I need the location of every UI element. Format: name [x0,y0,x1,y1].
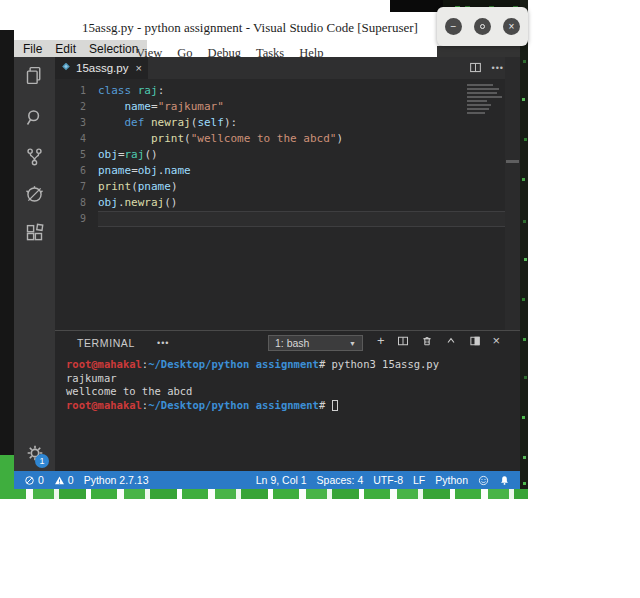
problems-warnings[interactable]: 0 [54,474,74,486]
window-chrome-fragment [437,46,520,57]
extensions-icon[interactable] [24,223,45,244]
code-line[interactable]: 3 def newraj(self): [69,115,513,131]
settings-badge: 1 [35,454,49,468]
eol-sequence[interactable]: LF [413,474,425,486]
line-number: 1 [69,83,86,99]
line-number: 3 [69,115,86,131]
python-interpreter[interactable]: Python 2.7.13 [84,474,149,486]
window-controls: − × [437,7,528,46]
problems-errors[interactable]: 0 [24,474,44,486]
activity-bar: 1 [14,57,55,471]
encoding[interactable]: UTF-8 [373,474,403,486]
menu-selection[interactable]: Selection [89,42,138,56]
terminal-line: root@mahakal:~/Desktop/python assignment… [66,399,511,413]
desktop-taskbar-fragment [0,489,528,499]
kill-terminal-icon[interactable] [421,335,433,347]
tab-label: 15assg.py [76,62,131,74]
window-title: 15assg.py - python assignment - Visual S… [70,20,430,36]
editor-area: 15assg.py × ••• 1class raj:2 name="rajku… [55,57,520,330]
menu-bar-left: File Edit Selection [14,40,147,57]
cursor-position[interactable]: Ln 9, Col 1 [256,474,307,486]
line-number: 2 [69,99,86,115]
more-actions-icon[interactable]: ••• [492,63,504,73]
status-right: Ln 9, Col 1 Spaces: 4 UTF-8 LF Python [256,474,510,486]
code-line[interactable]: 7print(pname) [69,179,513,195]
desktop-top-bar [390,0,443,12]
editor-tab-bar: 15assg.py × ••• [55,57,520,79]
code-line[interactable]: 1class raj: [69,83,513,99]
status-bar: 0 0 Python 2.7.13 Ln 9, Col 1 Spaces: 4 … [14,471,520,489]
terminal-header: TERMINAL ••• 1: bash ▼ + [55,331,520,355]
code-line[interactable]: 8obj.newraj() [69,195,513,211]
background-matrix-strip [520,0,528,497]
code-line[interactable]: 4 print("wellcome to the abcd") [69,131,513,147]
code-lines: 1class raj:2 name="rajkumar"3 def newraj… [69,83,513,227]
menu-view[interactable]: View [136,46,162,57]
tab-close-icon[interactable]: × [136,62,142,74]
chevron-down-icon: ▼ [349,340,356,347]
line-number: 9 [69,211,86,227]
line-number: 6 [69,163,86,179]
menu-tasks[interactable]: Tasks [256,46,284,57]
source-control-icon[interactable] [24,146,45,167]
editor-actions: ••• [469,61,504,74]
menu-file[interactable]: File [23,42,42,56]
code-line[interactable]: 2 name="rajkumar" [69,99,513,115]
search-icon[interactable] [24,107,45,128]
collapse-panel-icon[interactable] [445,335,457,347]
minimize-icon: − [451,22,457,32]
close-panel-icon[interactable]: × [493,335,501,347]
split-editor-icon[interactable] [469,61,482,74]
new-terminal-icon[interactable]: + [377,335,385,347]
menu-go[interactable]: Go [177,46,192,57]
screen: 15assg.py - python assignment - Visual S… [0,0,640,598]
terminal-line: rajkumar [66,372,511,386]
menu-bar-right: View Go Debug Tasks Help [136,46,436,57]
terminal-lines[interactable]: root@mahakal:~/Desktop/python assignment… [66,358,511,412]
terminal-cursor [332,400,338,411]
menu-help[interactable]: Help [299,46,323,57]
code-line[interactable]: 5obj=raj() [69,147,513,163]
scrollbar-thumb[interactable] [506,160,519,163]
terminal-actions: + × [377,335,500,347]
terminal-line: wellcome to the abcd [66,385,511,399]
menu-edit[interactable]: Edit [55,42,76,56]
line-number: 5 [69,147,86,163]
editor-scrollbar[interactable] [505,57,520,330]
terminal-shell-select[interactable]: 1: bash ▼ [268,335,363,351]
desktop-left-strip [0,30,14,455]
close-button[interactable]: × [503,18,520,35]
menu-debug[interactable]: Debug [208,46,241,57]
terminal-tab-label[interactable]: TERMINAL [77,337,135,349]
maximize-icon [480,24,485,29]
notifications-bell-icon[interactable] [499,475,510,486]
python-file-icon [61,63,71,73]
terminal-line: root@mahakal:~/Desktop/python assignment… [66,358,511,372]
maximize-button[interactable] [474,18,491,35]
line-number: 8 [69,195,86,211]
line-number: 7 [69,179,86,195]
terminal-more-icon[interactable]: ••• [157,338,169,348]
vscode-window: 1 15assg.py × ••• [14,57,520,489]
code-line[interactable]: 9 [69,211,513,227]
indentation[interactable]: Spaces: 4 [317,474,364,486]
minimap[interactable] [467,84,505,116]
error-icon [24,475,35,486]
status-left: 0 0 Python 2.7.13 [24,474,149,486]
maximize-panel-icon[interactable] [469,335,481,347]
shell-select-value: 1: bash [275,337,309,349]
close-icon: × [509,22,515,32]
feedback-smiley-icon[interactable] [478,475,489,486]
minimize-button[interactable]: − [445,18,462,35]
split-terminal-icon[interactable] [397,335,409,347]
terminal-panel: TERMINAL ••• 1: bash ▼ + [55,330,520,471]
language-mode[interactable]: Python [435,474,468,486]
tab-15assg-py[interactable]: 15assg.py × [55,57,148,79]
code-line[interactable]: 6pname=obj.name [69,163,513,179]
line-number: 4 [69,131,86,147]
warning-icon [54,475,65,486]
explorer-icon[interactable] [24,65,45,86]
debug-icon[interactable] [24,184,45,205]
